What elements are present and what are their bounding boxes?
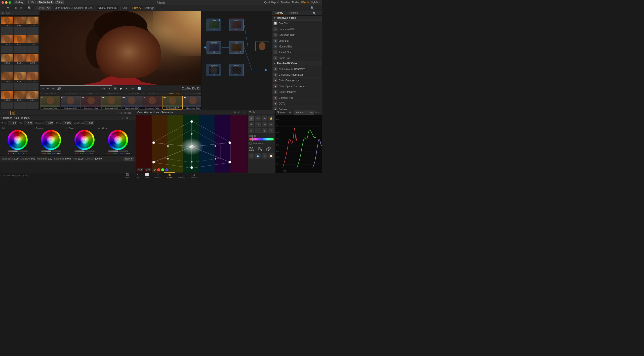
search-right-icon[interactable]: 🔍 [310,6,315,10]
clip-thumb-9[interactable]: 1.14.1 [1,72,13,90]
select-all-btn[interactable]: ⊡ [249,128,254,133]
clip-thumb-12[interactable]: 1.11.1 [1,91,13,109]
scopes-more-icon[interactable]: ⋯ [318,111,320,114]
effect-blur-6[interactable]: ⊕ Zoom Blur [272,55,322,61]
clip-thumb-4[interactable]: 1.20.1 [14,35,26,53]
bottom-tab-edit[interactable]: ⬜ Edit [142,172,152,178]
bottom-tab-cut[interactable]: ✂ Cut [133,172,142,178]
wheel-canvas-1[interactable] [41,130,61,150]
redo-btn[interactable]: ↪ [51,87,55,90]
color-section-header[interactable]: ▼ Resolve FX Color [272,61,322,66]
more-effects-icon[interactable]: ⋯ [318,12,320,15]
maximize-button[interactable] [9,1,11,4]
wheel-bar-3[interactable] [108,150,128,152]
tl-clip-3[interactable]: 04 Blackmagic RAW [101,96,122,110]
effect-blur-3[interactable]: ◉ Lens Blur [272,38,322,44]
audio-btn[interactable]: 🔊 [56,87,62,90]
hue-value[interactable]: 50.00 [78,158,84,160]
auto-lock-checkbox[interactable] [249,142,252,145]
effect-blur-2[interactable]: ◎ Gaussian Blur [272,32,322,38]
pivot-input[interactable] [62,121,72,125]
primary-wheels-btn[interactable]: ⊞ [10,111,15,115]
timeline-btn[interactable]: Timeline [280,1,290,4]
library-tab-btn[interactable]: Library [131,6,142,10]
clip-thumb-8[interactable]: 1.15.1 [26,54,38,72]
clip-thumb-2[interactable]: 1.24.1 [26,17,38,35]
cursor-tool-btn[interactable]: ↖ [249,116,254,121]
minimize-button[interactable] [5,1,8,4]
warper-reset-btn[interactable]: ↺ [237,111,241,114]
warper-link-icon[interactable]: 🔗 [153,169,156,171]
settings-tab-btn[interactable]: Settings [143,6,155,10]
warper-canvas[interactable]: 6 ▼ 6 ▼ 🔗 [136,115,248,173]
warper-more-btn[interactable]: ⋯ [242,111,246,114]
effect-color-4[interactable]: ◈ Color Stabilizer [272,89,322,95]
node-vignette[interactable]: Vignette 06 ⚙ [207,64,221,76]
go-start-btn[interactable]: ⏮ [101,87,106,90]
library-tab[interactable]: Library [273,11,285,15]
eye-tool-btn[interactable]: 👁 [262,116,267,121]
clip-thumb-13[interactable]: 1.10.1 [14,91,26,109]
node-skin[interactable]: Skin 03 ⚙ ✓ [229,41,244,54]
fx-icon[interactable]: FX [124,112,127,114]
temp-input[interactable] [8,121,17,125]
tl-clip-1[interactable]: 02 Blackmagic RAW [61,96,81,110]
dropper-tool-btn[interactable]: 💧 [255,153,261,159]
wheel-reset-2[interactable]: ↺ [98,127,100,130]
lightbox-btn[interactable]: Lightbox [311,1,320,4]
prev-frame-btn[interactable]: ⏴ [107,87,112,90]
middetail-input[interactable] [85,121,94,125]
settings-tab[interactable]: Settings [287,11,300,15]
shadows-value[interactable]: 0.00 [31,158,35,160]
tl-clip-6[interactable]: 07 Blackmagic RAW [163,96,183,110]
wheel-canvas-0[interactable] [8,130,28,150]
search-icon[interactable]: 🔍 [27,6,32,10]
primaries-reset-btn[interactable]: ↺ [121,116,124,120]
list-view-icon[interactable]: ≡ [19,6,23,10]
bottom-tab-fairlight[interactable]: ♫ Fairlight [175,172,188,178]
tl-clip-0[interactable]: 01 Blackmagic RAW [40,96,60,110]
red-channel-btn[interactable] [157,168,160,171]
tl-clip-2[interactable]: 03 Blackmagic RAW [81,96,101,110]
highlights-value[interactable]: 0.00 [48,158,52,160]
magic-wand-icon[interactable]: ✦ [5,112,7,114]
clip-thumb-5[interactable]: 1.19.1 [26,35,38,53]
effect-color-3[interactable]: ◈ Color Space Transform [272,83,322,89]
wheel-bar-2[interactable] [74,150,95,152]
viewer-progress-bar[interactable] [40,85,201,86]
anchor-tool-btn[interactable]: ⊕ [268,122,274,127]
add-icon[interactable]: + [2,6,5,10]
blue-channel-btn[interactable] [165,168,168,171]
effects-btn[interactable]: Effects [301,1,309,4]
clip-thumb-10[interactable]: 1.13.1 [14,72,26,90]
node-balance[interactable]: Balance 04 [207,41,221,54]
wheel-bar-1[interactable] [41,150,61,152]
effect-color-1[interactable]: ◈ Chromatic Adaptation [272,72,322,78]
lum-mix-value[interactable]: 100.00 [95,158,102,160]
effect-blur-0[interactable]: ⬜ Box Blur [272,21,322,26]
tl-clip-5[interactable]: 06 Blackmagic RAW [142,96,162,110]
clip-thumb-1[interactable]: 1.25.1 [14,17,26,35]
saturation-value[interactable]: 50.00 [65,158,71,160]
blur-section-header[interactable]: ▼ Resolve FX Blur [272,16,322,21]
zoom-select[interactable]: 54% 100% 50% [36,6,51,10]
loop-btn[interactable]: 🔄 [137,87,142,90]
green-channel-btn[interactable] [161,168,164,171]
gallery-btn[interactable]: Gallery [14,1,25,4]
grid-view-icon[interactable]: ⊞ [14,6,18,10]
quick-export-btn[interactable]: Quick Export [264,1,278,4]
wheel-canvas-2[interactable] [74,130,95,150]
wheel-reset-1[interactable]: ↺ [65,127,67,130]
add-point-btn[interactable]: + [255,116,261,121]
wheel-reset-0[interactable]: ↺ [31,127,33,130]
effect-color-0[interactable]: ◈ ACES ACES Transform [272,66,322,72]
qualifier-icon[interactable]: ◎ [120,112,123,114]
effect-color-2[interactable]: ◈ Color Compressor [272,78,322,83]
effect-blur-4[interactable]: ⊞ Mosaic Blur [272,44,322,49]
tool-select-btn[interactable]: ↖ [41,87,45,90]
contrast-input[interactable] [45,121,54,125]
search-effects-icon[interactable]: 🔍 [313,12,316,15]
paste-tool-btn[interactable]: 📋 [268,153,274,159]
clip-thumb-11[interactable]: 1.12.1 [26,72,38,90]
curve-icon[interactable]: 〰 [117,112,119,114]
